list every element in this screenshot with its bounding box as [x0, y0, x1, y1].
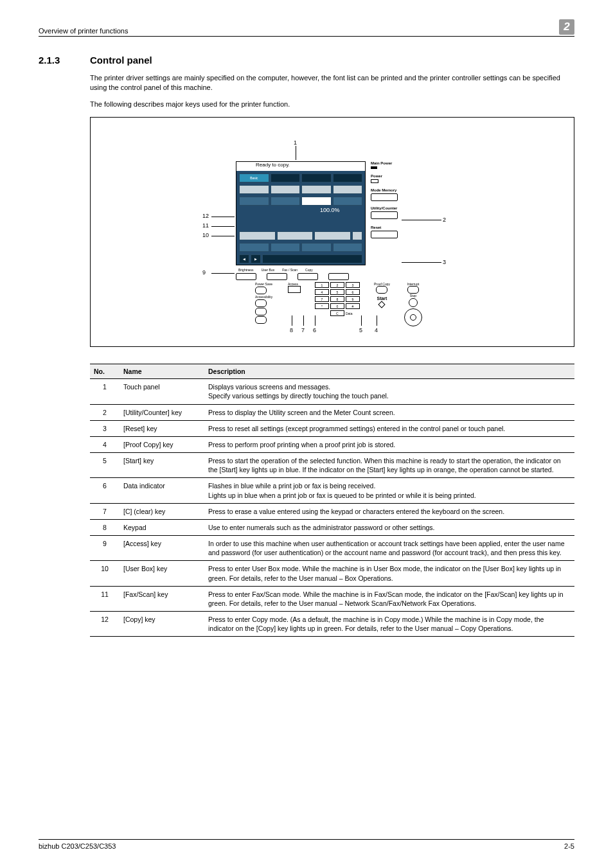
cell-name: [Proof Copy] key — [120, 436, 204, 452]
screen-bottom-4[interactable] — [352, 231, 362, 240]
table-row: 2[Utility/Counter] keyPress to display t… — [90, 404, 574, 420]
screen-fin-1[interactable] — [239, 243, 269, 252]
callout-9: 9 — [202, 269, 206, 276]
userbox-key[interactable] — [267, 273, 287, 280]
callout-11: 11 — [202, 222, 209, 229]
brightness-key[interactable] — [236, 273, 256, 280]
cell-no: 4 — [90, 436, 120, 452]
screen-fin-3[interactable] — [301, 243, 332, 252]
keypad-area: Power Save Accessibility Access — [255, 282, 422, 322]
screen-status-bar — [262, 254, 362, 263]
enlarge-key[interactable] — [255, 308, 267, 315]
faxscan-key[interactable] — [298, 273, 318, 280]
screen-btn-b[interactable] — [271, 197, 301, 206]
description-table: No. Name Description 1Touch panelDisplay… — [90, 364, 574, 637]
label-reset: Reset — [371, 226, 435, 229]
screen-bottom-1[interactable] — [239, 231, 276, 240]
page-footer: bizhub C203/C253/C353 2-5 — [39, 839, 574, 850]
screen-btn-c[interactable] — [301, 197, 332, 206]
screen-bottom-3[interactable] — [314, 231, 351, 240]
section-para-1: The printer driver settings are mainly s… — [90, 73, 574, 93]
label-accessibility: Accessibility — [255, 295, 274, 299]
section-title: Control panel — [90, 55, 574, 66]
cell-no: 10 — [90, 561, 120, 586]
screen-tab-app[interactable] — [333, 173, 363, 182]
start-key[interactable] — [404, 308, 422, 326]
label-userbox: User Box — [262, 268, 275, 272]
key-8[interactable]: 8 — [330, 296, 344, 302]
screen-nav-l[interactable]: ◀ — [239, 254, 249, 263]
key-2[interactable]: 2 — [330, 282, 344, 288]
callout-5: 5 — [359, 327, 362, 333]
screen-btn-paper[interactable] — [271, 185, 301, 194]
table-row: 8KeypadUse to enter numerals such as the… — [90, 519, 574, 535]
label-copy: Copy — [305, 268, 313, 272]
cell-name: Touch panel — [120, 379, 204, 404]
label-main-power: Main Power — [371, 161, 435, 165]
key-star[interactable]: * — [315, 303, 329, 309]
label-data: Data — [346, 310, 360, 316]
screen-tab-basic[interactable]: Basic — [239, 173, 269, 182]
cell-desc: Press to perform proof printing when a p… — [204, 436, 574, 452]
stop-key[interactable] — [409, 298, 418, 307]
key-4[interactable]: 4 — [315, 289, 329, 295]
access-key[interactable] — [288, 286, 301, 293]
copy-key[interactable] — [328, 273, 349, 280]
numeric-keypad: 1 2 3 4 5 6 7 8 9 * 0 # — [315, 282, 360, 316]
label-stop: Stop — [404, 294, 422, 297]
cell-name: Keypad — [120, 519, 204, 535]
cell-desc: In order to use this machine when user a… — [204, 536, 574, 561]
utility-counter-key[interactable] — [371, 211, 398, 219]
screen-btn-zoom[interactable] — [301, 185, 332, 194]
cell-desc: Use to enter numerals such as the admini… — [204, 519, 574, 535]
screen-btn-color[interactable] — [239, 185, 269, 194]
callout-4: 4 — [375, 327, 378, 333]
power-led — [371, 179, 378, 183]
table-row: 4[Proof Copy] keyPress to perform proof … — [90, 436, 574, 452]
callout-6: 6 — [313, 327, 316, 333]
key-7[interactable]: 7 — [315, 296, 329, 302]
section-para-2: The following describes major keys used … — [90, 100, 574, 109]
key-3[interactable]: 3 — [346, 282, 360, 288]
accessibility-key[interactable] — [255, 299, 267, 307]
data-indicator — [378, 301, 386, 308]
cell-no: 6 — [90, 478, 120, 503]
screen-tab-orig[interactable] — [271, 173, 301, 182]
cell-desc: Displays various screens and messages.Sp… — [204, 379, 574, 404]
table-row: 6Data indicatorFlashes in blue while a p… — [90, 478, 574, 503]
screen-fin-4[interactable] — [333, 243, 363, 252]
callout-1: 1 — [294, 139, 297, 146]
proof-copy-key[interactable] — [376, 286, 387, 294]
label-brightness: Brightness — [238, 268, 254, 272]
cell-desc: Press to reset all settings (except prog… — [204, 420, 574, 436]
key-hash[interactable]: # — [346, 303, 360, 309]
label-utility: Utility/Counter — [371, 206, 435, 210]
help-key[interactable] — [255, 316, 267, 324]
callout-10: 10 — [202, 232, 209, 238]
main-power-led — [371, 166, 377, 169]
screen-nav-r[interactable]: ▶ — [251, 254, 261, 263]
c-clear-key[interactable]: C — [330, 310, 344, 316]
key-9[interactable]: 9 — [346, 296, 360, 302]
mode-memory-key[interactable] — [371, 193, 398, 201]
cell-no: 3 — [90, 420, 120, 436]
cell-name: [Access] key — [120, 536, 204, 561]
key-5[interactable]: 5 — [330, 289, 344, 295]
screen-btn-d[interactable] — [333, 197, 363, 206]
screen-tab-quality[interactable] — [301, 173, 332, 182]
table-row: 5[Start] keyPress to start the operation… — [90, 453, 574, 478]
screen-bottom-2[interactable] — [277, 231, 314, 240]
key-0[interactable]: 0 — [330, 303, 344, 309]
touch-panel[interactable]: Ready to copy. Basic — [236, 161, 366, 265]
key-6[interactable]: 6 — [346, 289, 360, 295]
table-row: 11[Fax/Scan] keyPress to enter Fax/Scan … — [90, 586, 574, 611]
interrupt-key[interactable] — [407, 286, 419, 294]
screen-fin-2[interactable] — [271, 243, 301, 252]
screen-btn-duplex[interactable] — [333, 185, 363, 194]
screen-btn-a[interactable] — [239, 197, 269, 206]
screen-status-text: Ready to copy. — [236, 162, 365, 171]
powersave-key[interactable] — [255, 287, 267, 294]
table-row: 10[User Box] keyPress to enter User Box … — [90, 561, 574, 586]
reset-key[interactable] — [371, 231, 398, 238]
key-1[interactable]: 1 — [315, 282, 329, 288]
